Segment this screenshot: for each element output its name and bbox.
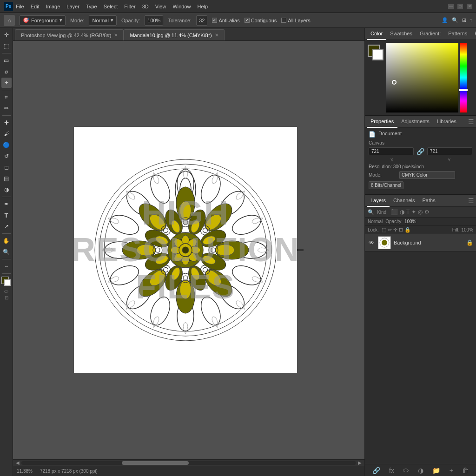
link-layers-btn[interactable]: 🔗 [372,467,380,474]
zoom-tool[interactable]: 🔍 [1,247,12,257]
workspace-icon[interactable]: ⊞ [462,17,466,23]
crop-tool[interactable]: ⌗ [1,92,12,102]
maximize-button[interactable]: □ [457,4,463,9]
filter-type-icon[interactable]: T [406,209,410,215]
extra-tools[interactable]: ⋯ [1,261,12,271]
layer-visibility-eye[interactable]: 👁 [368,239,375,246]
tab-paths[interactable]: Paths [419,195,439,207]
fill-value[interactable]: 100% [461,227,473,232]
opacity-value[interactable]: 100% [404,219,416,224]
tab-gradient[interactable]: Gradient: [416,28,444,40]
scrollbar-track[interactable] [21,461,356,465]
history-brush-tool[interactable]: ↺ [1,151,12,161]
share-icon[interactable]: ↑ [470,17,473,23]
minimize-button[interactable]: — [448,4,454,9]
mode-dropdown[interactable]: CMYK Color [399,171,455,179]
new-layer-btn[interactable]: + [450,467,453,474]
blend-mode-dropdown[interactable]: Normal [368,219,383,224]
filter-adj-icon[interactable]: ◑ [400,209,404,215]
home-icon[interactable]: ⌂ [4,15,15,26]
move-tool[interactable]: ✛ [1,30,12,40]
magic-wand-tool[interactable]: ✦ [1,78,12,88]
color-spectrum[interactable] [460,43,467,112]
contiguous-checkbox[interactable]: ✓ [245,18,250,23]
menu-window[interactable]: Window [172,4,191,9]
lock-transparent-icon[interactable]: ⬚ [382,227,386,233]
height-value[interactable]: 721 [427,147,472,155]
gradient-tool[interactable]: ▤ [1,173,12,184]
delete-layer-btn[interactable]: 🗑 [462,467,469,474]
menu-type[interactable]: Type [86,4,97,9]
new-group-btn[interactable]: 📁 [432,467,440,474]
new-adjustment-btn[interactable]: ◑ [418,467,423,474]
tab-mandala10[interactable]: Mandala10.jpg @ 11.4% (CMYK/8*) ✕ [124,29,224,40]
anti-alias-checkbox[interactable]: ✓ [212,18,217,23]
menu-help[interactable]: Help [198,4,208,9]
canvas-viewport[interactable]: HIGH RESOLUTION FILES [13,41,364,459]
add-mask-btn[interactable]: ⬭ [403,466,409,474]
filter-pixel-icon[interactable]: ⬛ [391,209,398,215]
lock-all-icon[interactable]: 🔒 [404,227,411,233]
lock-position-icon[interactable]: ✛ [393,227,397,233]
tab-adjustments[interactable]: Adjustments [397,116,433,128]
text-tool[interactable]: T [1,210,12,220]
properties-menu-icon[interactable]: ☰ [468,118,474,126]
color-gradient-picker[interactable] [386,43,458,112]
tab-photoshop-view[interactable]: Photoshop View.jpg @ 42.4% (RGB/8#) ✕ [15,29,124,40]
screen-mode-btn[interactable]: ⊡ [5,295,8,300]
width-value[interactable]: 721 [369,147,414,155]
dodge-tool[interactable]: ◑ [1,185,12,195]
color-saturation-area[interactable] [386,43,458,112]
fg-bg-swatches[interactable] [1,277,12,287]
hand-tool[interactable]: ✋ [1,236,12,246]
filter-extra-icon[interactable]: ⚙ [424,209,430,215]
menu-view[interactable]: View [155,4,166,9]
tab-close-1[interactable]: ✕ [114,33,118,38]
layers-menu-icon[interactable]: ☰ [468,197,474,205]
tab-color[interactable]: Color [367,28,386,40]
menu-filter[interactable]: Filter [124,4,135,9]
healing-tool[interactable]: ✚ [1,118,12,128]
filter-smart-icon[interactable]: ◎ [418,209,423,215]
eraser-tool[interactable]: ◻ [1,162,12,172]
user-icon[interactable]: 👤 [442,17,448,23]
lock-artboard-icon[interactable]: ⊡ [399,227,403,233]
close-button[interactable]: ✕ [467,4,472,9]
lock-pixels-icon[interactable]: ✏ [388,227,392,233]
scroll-right-btn[interactable]: ▶ [356,460,364,465]
background-color-swatch[interactable] [4,279,11,286]
path-tool[interactable]: ↗ [1,221,12,231]
mode-dropdown[interactable]: Normal ▾ [89,15,116,26]
bg-color-swatch[interactable] [372,49,383,60]
tolerance-value[interactable]: 32 [196,15,207,26]
filter-shape-icon[interactable]: ✦ [411,209,416,215]
fx-btn[interactable]: fx [389,467,394,474]
scroll-left-btn[interactable]: ◀ [14,460,21,465]
tab-libraries[interactable]: Libraries [433,116,460,128]
bit-depth-dropdown[interactable]: 8 Bits/Channel [369,181,403,189]
scrollbar-thumb[interactable] [122,461,189,465]
tab-properties[interactable]: Properties [367,116,397,128]
menu-select[interactable]: Select [104,4,118,9]
tab-layers[interactable]: Layers [367,195,390,207]
all-layers-checkbox[interactable] [281,18,286,23]
marquee-tool[interactable]: ▭ [1,55,12,66]
tab-patterns[interactable]: Patterns [444,28,471,40]
search-icon[interactable]: 🔍 [452,17,458,23]
tab-channels[interactable]: Channels [390,195,418,207]
canvas-scrollbar-horizontal[interactable]: ◀ ▶ [13,459,364,466]
menu-layer[interactable]: Layer [66,4,79,9]
tab-close-2[interactable]: ✕ [215,33,218,38]
menu-3d[interactable]: 3D [142,4,149,9]
artboard-tool[interactable]: ⬚ [1,41,12,51]
lasso-tool[interactable]: ⌀ [1,66,12,77]
stamp-tool[interactable]: 🔵 [1,140,12,150]
menu-file[interactable]: File [16,4,24,9]
tool-options-dropdown[interactable]: 🎯 Foreground ▾ [20,15,66,26]
eyedropper-tool[interactable]: ✏ [1,103,12,113]
tab-swatches[interactable]: Swatches [386,28,416,40]
canvas-scrollbar-vertical[interactable] [297,249,304,251]
menu-image[interactable]: Image [46,4,60,9]
quick-mask-btn[interactable]: ⬭ [4,289,8,294]
opacity-value[interactable]: 100% [145,15,163,26]
